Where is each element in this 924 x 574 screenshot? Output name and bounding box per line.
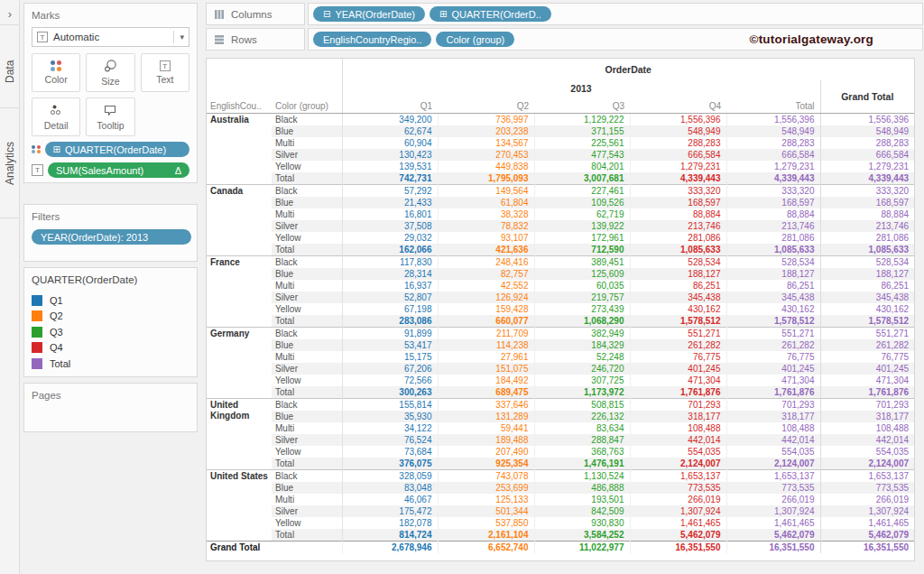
value-cell[interactable]: 16,801 bbox=[342, 208, 438, 220]
color-group-label[interactable]: Black bbox=[272, 398, 342, 411]
grand-total-label[interactable]: Grand Total bbox=[207, 541, 342, 553]
value-cell[interactable]: 76,775 bbox=[630, 351, 726, 363]
value-cell[interactable]: 4,339,443 bbox=[820, 172, 914, 185]
value-cell[interactable]: 471,304 bbox=[630, 375, 726, 386]
value-cell[interactable]: 266,019 bbox=[726, 494, 820, 505]
color-group-label[interactable]: Silver bbox=[272, 363, 342, 375]
value-cell[interactable]: 91,899 bbox=[342, 327, 438, 339]
header-color-group-field[interactable]: Color (group) bbox=[272, 97, 342, 113]
value-cell[interactable]: 175,472 bbox=[342, 505, 438, 517]
value-cell[interactable]: 930,830 bbox=[534, 517, 630, 529]
value-cell[interactable]: 1,085,633 bbox=[726, 244, 820, 256]
header-q1[interactable]: Q1 bbox=[342, 97, 438, 113]
legend-item-q1[interactable]: Q1 bbox=[32, 292, 189, 309]
value-cell[interactable]: 93,107 bbox=[438, 232, 534, 244]
value-cell[interactable]: 59,441 bbox=[438, 422, 534, 434]
value-cell[interactable]: 82,757 bbox=[438, 268, 534, 280]
pill-sum-salesamount[interactable]: SUM(SalesAmount) Δ bbox=[48, 162, 189, 178]
value-cell[interactable]: 1,578,512 bbox=[630, 315, 726, 328]
value-cell[interactable]: 712,590 bbox=[534, 244, 630, 256]
value-cell[interactable]: 184,492 bbox=[438, 375, 534, 386]
value-cell[interactable]: 131,289 bbox=[438, 411, 534, 422]
value-cell[interactable]: 804,201 bbox=[534, 161, 630, 172]
grand-total-cell[interactable]: 16,351,550 bbox=[820, 541, 914, 553]
value-cell[interactable]: 168,597 bbox=[820, 197, 914, 208]
value-cell[interactable]: 88,884 bbox=[820, 208, 914, 220]
color-group-label[interactable]: Black bbox=[272, 327, 342, 339]
value-cell[interactable]: 382,949 bbox=[534, 327, 630, 339]
value-cell[interactable]: 28,314 bbox=[342, 268, 438, 280]
value-cell[interactable]: 117,830 bbox=[342, 255, 438, 268]
value-cell[interactable]: 389,451 bbox=[534, 255, 630, 268]
grand-total-cell[interactable]: 11,022,977 bbox=[534, 541, 630, 553]
legend-swatch[interactable] bbox=[32, 358, 42, 369]
value-cell[interactable]: 471,304 bbox=[726, 375, 820, 386]
value-cell[interactable]: 442,014 bbox=[726, 434, 820, 446]
value-cell[interactable]: 328,059 bbox=[342, 469, 438, 482]
value-cell[interactable]: 213,746 bbox=[820, 220, 914, 232]
value-cell[interactable]: 537,850 bbox=[438, 517, 534, 529]
value-cell[interactable]: 261,282 bbox=[820, 339, 914, 351]
value-cell[interactable]: 1,653,137 bbox=[726, 469, 820, 482]
value-cell[interactable]: 548,949 bbox=[820, 125, 914, 137]
value-cell[interactable]: 273,439 bbox=[534, 303, 630, 315]
value-cell[interactable]: 551,271 bbox=[726, 327, 820, 339]
value-cell[interactable]: 666,584 bbox=[630, 149, 726, 161]
value-cell[interactable]: 108,488 bbox=[726, 422, 820, 434]
color-group-label[interactable]: Blue bbox=[272, 197, 342, 208]
value-cell[interactable]: 3,584,252 bbox=[534, 529, 630, 542]
value-cell[interactable]: 1,307,924 bbox=[820, 505, 914, 517]
value-cell[interactable]: 139,531 bbox=[342, 161, 438, 172]
value-cell[interactable]: 42,552 bbox=[438, 280, 534, 292]
tab-analytics[interactable]: Analytics bbox=[0, 110, 20, 217]
value-cell[interactable]: 108,488 bbox=[820, 422, 914, 434]
pill-english-country-region[interactable]: EnglishCountryRegio.. bbox=[313, 32, 431, 47]
value-cell[interactable]: 1,461,465 bbox=[630, 517, 726, 529]
value-cell[interactable]: 773,535 bbox=[630, 482, 726, 494]
country-label[interactable]: United Kingdom bbox=[207, 398, 272, 469]
value-cell[interactable]: 67,206 bbox=[342, 363, 438, 375]
value-cell[interactable]: 109,526 bbox=[534, 197, 630, 208]
value-cell[interactable]: 3,007,681 bbox=[534, 172, 630, 185]
color-group-label[interactable]: Multi bbox=[272, 422, 342, 434]
color-group-label[interactable]: Blue bbox=[272, 339, 342, 351]
header-total[interactable]: Total bbox=[726, 97, 820, 113]
expand-icon[interactable]: ⊞ bbox=[439, 9, 447, 19]
value-cell[interactable]: 5,462,079 bbox=[726, 529, 820, 542]
value-cell[interactable]: 62,674 bbox=[342, 125, 438, 137]
value-cell[interactable]: 666,584 bbox=[820, 149, 914, 161]
value-cell[interactable]: 134,567 bbox=[438, 137, 534, 149]
value-cell[interactable]: 337,646 bbox=[438, 398, 534, 411]
grand-total-cell[interactable]: 2,678,946 bbox=[342, 541, 438, 553]
color-group-label[interactable]: Yellow bbox=[272, 446, 342, 458]
color-button[interactable]: Color bbox=[32, 53, 80, 92]
value-cell[interactable]: 551,271 bbox=[630, 327, 726, 339]
value-cell[interactable]: 2,161,104 bbox=[438, 529, 534, 542]
value-cell[interactable]: 52,807 bbox=[342, 292, 438, 303]
collapse-icon[interactable]: ⊟ bbox=[323, 9, 330, 19]
value-cell[interactable]: 193,501 bbox=[534, 494, 630, 505]
value-cell[interactable]: 1,085,633 bbox=[820, 244, 914, 256]
legend-item-total[interactable]: Total bbox=[32, 356, 189, 372]
header-q4[interactable]: Q4 bbox=[630, 97, 726, 113]
legend-swatch[interactable] bbox=[32, 327, 42, 338]
value-cell[interactable]: 1,556,396 bbox=[820, 113, 914, 125]
value-cell[interactable]: 168,597 bbox=[630, 197, 726, 208]
value-cell[interactable]: 421,636 bbox=[438, 244, 534, 256]
country-label[interactable]: United States bbox=[207, 469, 272, 541]
value-cell[interactable]: 207,490 bbox=[438, 446, 534, 458]
legend-item-q3[interactable]: Q3 bbox=[32, 324, 189, 340]
crosstab-view[interactable]: OrderDate 2013 Grand Total EnglishCou.. … bbox=[206, 58, 915, 561]
value-cell[interactable]: 318,177 bbox=[820, 411, 914, 422]
value-cell[interactable]: 35,930 bbox=[342, 411, 438, 422]
value-cell[interactable]: 38,328 bbox=[438, 208, 534, 220]
header-q2[interactable]: Q2 bbox=[438, 97, 534, 113]
value-cell[interactable]: 401,245 bbox=[726, 363, 820, 375]
value-cell[interactable]: 349,200 bbox=[342, 113, 438, 125]
color-group-label[interactable]: Yellow bbox=[272, 375, 342, 386]
color-group-label[interactable]: Black bbox=[272, 469, 342, 482]
value-cell[interactable]: 1,653,137 bbox=[630, 469, 726, 482]
value-cell[interactable]: 83,634 bbox=[534, 422, 630, 434]
value-cell[interactable]: 701,293 bbox=[726, 398, 820, 411]
color-group-label[interactable]: Total bbox=[272, 172, 342, 185]
